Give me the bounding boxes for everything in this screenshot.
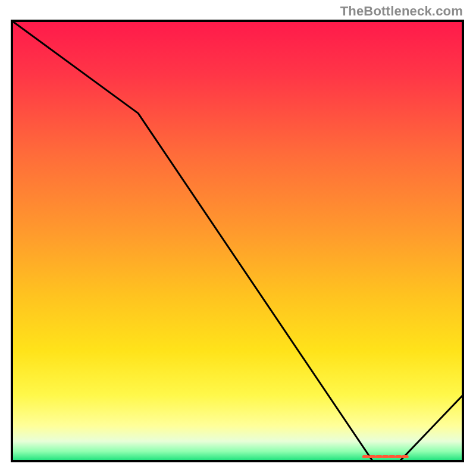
watermark-text: TheBottleneck.com bbox=[340, 4, 463, 19]
bottleneck-chart bbox=[0, 0, 476, 476]
plot-background-gradient bbox=[12, 21, 463, 461]
chart-container: TheBottleneck.com bbox=[0, 0, 476, 476]
